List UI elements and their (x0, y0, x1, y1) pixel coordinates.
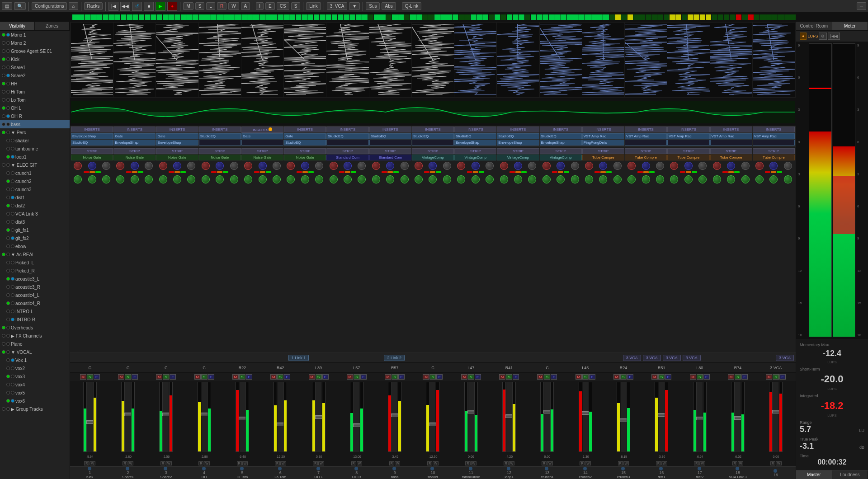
channel-zone-led[interactable] (6, 33, 10, 37)
channel-zone-led[interactable] (11, 171, 14, 175)
channel-m-button[interactable]: M (385, 374, 391, 380)
strip-knob[interactable] (769, 162, 778, 170)
channel-zone-led[interactable] (11, 285, 14, 289)
strip-knob[interactable] (627, 162, 636, 170)
insert-plugin-slot[interactable]: VST Amp Rac (667, 133, 709, 139)
strip-knob-2[interactable] (358, 175, 366, 183)
l-btn[interactable]: L (206, 2, 215, 10)
sidebar-item[interactable]: vox3 (0, 372, 70, 380)
strip-knob[interactable] (287, 162, 295, 170)
strip-knob-2[interactable] (273, 175, 281, 183)
strip-knob-2[interactable] (755, 175, 764, 183)
vca2-btn[interactable]: 3 VCA (643, 355, 661, 361)
channel-visibility-led[interactable] (6, 236, 10, 240)
channel-m-button[interactable]: M (499, 374, 505, 380)
sidebar-item[interactable]: loop1 (0, 153, 70, 161)
insert-plugin-slot[interactable]: VST Amp Rac (710, 133, 752, 139)
channel-fader[interactable] (697, 382, 703, 452)
sidebar-item[interactable]: Vox 1 (0, 356, 70, 364)
strip-knob[interactable] (784, 162, 792, 170)
channel-visibility-led[interactable] (2, 106, 5, 110)
channel-zone-led[interactable] (6, 342, 10, 346)
control-room-tab[interactable]: Control Room (796, 22, 832, 30)
channel-visibility-led[interactable] (2, 334, 5, 338)
sidebar-item[interactable]: VCA Link 3 (0, 210, 70, 218)
channel-zone-led[interactable] (11, 277, 14, 281)
strip-knob[interactable] (344, 162, 352, 170)
channel-zone-led[interactable] (11, 188, 14, 191)
channel-e-button[interactable]: E (246, 374, 252, 380)
strip-knob[interactable] (500, 162, 508, 170)
channel-zone-led[interactable] (11, 228, 14, 232)
insert-plugin-slot[interactable]: VST Amp Rac (582, 133, 624, 139)
insert-plugin-slot[interactable]: – (241, 140, 283, 146)
insert-plugin-slot[interactable]: StudioEQ (454, 133, 496, 139)
channel-visibility-led[interactable] (6, 220, 10, 224)
insert-plugin-slot[interactable]: EnvelopeShap (540, 140, 582, 146)
channel-m-button[interactable]: M (118, 374, 124, 380)
channel-visibility-led[interactable] (6, 204, 10, 207)
strip-knob[interactable] (684, 162, 693, 170)
channel-e-button[interactable]: E (513, 374, 519, 380)
vca5-btn[interactable]: 3 VCA (776, 355, 794, 361)
sidebar-item[interactable]: ▼ Ac REAL (0, 250, 70, 258)
strip-plugin[interactable]: VintageComp (497, 155, 539, 160)
channel-visibility-led[interactable] (6, 318, 10, 321)
strip-knob-2[interactable] (784, 175, 792, 183)
channel-number-box[interactable]: 19 (757, 469, 795, 477)
insert-plugin-slot[interactable]: EnvelopeShap (156, 140, 198, 146)
channel-fader[interactable] (773, 382, 778, 452)
channel-zone-led[interactable] (11, 391, 14, 394)
sidebar-item[interactable]: tambourine (0, 145, 70, 153)
strip-plugin[interactable]: VintageComp (412, 155, 454, 160)
channel-m-button[interactable]: M (537, 374, 543, 380)
channel-e-button[interactable]: E (741, 374, 748, 380)
strip-knob[interactable] (202, 162, 210, 170)
channel-visibility-led[interactable] (2, 57, 5, 61)
channel-e-button[interactable]: E (589, 374, 595, 380)
strip-knob[interactable] (698, 162, 707, 170)
strip-knob-2[interactable] (727, 175, 735, 183)
channel-r-button[interactable]: R (313, 461, 318, 465)
sidebar-item[interactable]: Snare2 (0, 71, 70, 80)
channel-w-button[interactable]: W (433, 461, 439, 465)
sidebar-item[interactable]: crunch3 (0, 185, 70, 193)
channel-fader[interactable] (316, 382, 321, 452)
insert-plugin-slot[interactable]: StudioEQ (412, 133, 454, 139)
strip-knob-2[interactable] (159, 175, 167, 183)
channel-number-box[interactable]: 8OH R (338, 467, 375, 479)
strip-knob-2[interactable] (585, 175, 593, 183)
vca4-btn[interactable]: 3 VCA (683, 355, 701, 361)
sidebar-item[interactable]: bass (0, 120, 70, 128)
sidebar-item[interactable]: ebow (0, 242, 70, 250)
channel-visibility-led[interactable] (6, 155, 10, 159)
channel-fader[interactable] (506, 382, 512, 452)
channel-m-button[interactable]: M (690, 374, 696, 380)
channel-s-button[interactable]: S (163, 374, 169, 380)
goto-start-btn[interactable]: |◀ (108, 2, 118, 11)
channel-m-button[interactable]: M (232, 374, 239, 380)
home-btn[interactable]: ⌂ (69, 2, 78, 10)
channel-m-button[interactable]: M (156, 374, 162, 380)
strip-knob-2[interactable] (684, 175, 693, 183)
insert-plugin-slot[interactable]: StudioEQ (199, 133, 241, 139)
channel-s-button[interactable]: S (620, 374, 627, 380)
sidebar-item[interactable]: vox4 (0, 380, 70, 389)
link2-btn[interactable]: 2 Link 2 (384, 355, 405, 361)
channel-zone-led[interactable] (11, 220, 14, 224)
channel-r-button[interactable]: R (656, 461, 661, 465)
strip-knob-2[interactable] (741, 175, 750, 183)
strip-knob[interactable] (443, 162, 451, 170)
sidebar-item[interactable]: crunch2 (0, 177, 70, 185)
channel-r-button[interactable]: R (160, 461, 165, 465)
strip-knob-2[interactable] (415, 175, 423, 183)
strip-knob[interactable] (713, 162, 721, 170)
channel-e-button[interactable]: E (360, 374, 367, 380)
strip-knob-2[interactable] (571, 175, 579, 183)
i-btn[interactable]: I (256, 2, 264, 10)
sidebar-tab-zones[interactable]: Zones (35, 22, 70, 30)
strip-knob[interactable] (301, 162, 309, 170)
channel-zone-led[interactable] (6, 326, 10, 329)
strip-knob-2[interactable] (613, 175, 622, 183)
strip-plugin[interactable]: Standard Com (326, 155, 368, 160)
